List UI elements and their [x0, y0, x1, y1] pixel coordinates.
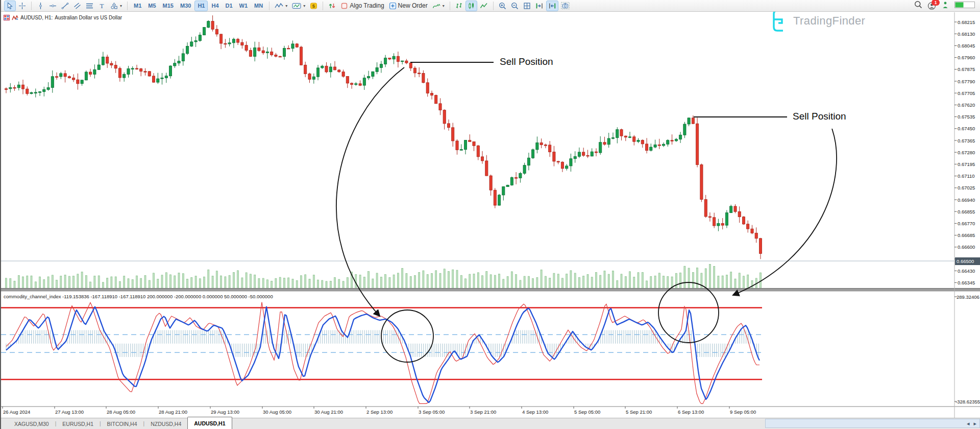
auto-scroll-button[interactable] — [533, 1, 546, 11]
vps-icon[interactable] — [941, 1, 949, 11]
price-axis-label: 0.66855 — [958, 209, 975, 214]
bars-button[interactable] — [453, 1, 465, 11]
indicator-canvas[interactable] — [1, 292, 954, 407]
chart-title-symbol: AUDUSD, H1: — [20, 15, 53, 20]
timeframe-m1-button[interactable]: M1 — [131, 1, 144, 11]
chart-tab-bitcoin-h4[interactable]: BITCOIN,H4 — [101, 418, 143, 429]
timeframe-m30-button[interactable]: M30 — [177, 1, 194, 11]
currency-button[interactable]: $ — [308, 1, 320, 11]
time-axis-label: 29 Aug 13:00 — [211, 409, 239, 415]
price-axis-label: 0.66345 — [958, 280, 975, 285]
account-button[interactable]: 1 — [927, 2, 936, 10]
timeframe-m5-button[interactable]: M5 — [145, 1, 159, 11]
sell-position-annotation-2: Sell Position — [793, 111, 846, 122]
chevron-down-icon: ▾ — [120, 4, 122, 8]
toolbar-separator — [127, 2, 128, 10]
time-axis-label: 30 Aug 21:00 — [314, 409, 343, 415]
timeframe-mn-button[interactable]: MN — [251, 1, 266, 11]
search-icon[interactable] — [914, 1, 922, 11]
zoom-out-button[interactable] — [509, 1, 521, 11]
time-axis-label: 3 Sep 05:00 — [419, 409, 445, 415]
shapes-button[interactable]: ▾ — [108, 1, 124, 11]
price-axis-label: 0.67450 — [958, 126, 975, 131]
time-axis-label: 6 Sep 13:00 — [678, 409, 704, 415]
scroll-right-icon[interactable]: ▸ — [973, 421, 976, 426]
chevron-down-icon: ▾ — [443, 4, 445, 8]
candles-button[interactable] — [465, 1, 477, 11]
indicator-window-icon — [292, 2, 301, 10]
grid-button[interactable] — [521, 1, 533, 11]
horizontal-line-button[interactable] — [47, 1, 59, 11]
price-axis-label: 0.66600 — [958, 244, 975, 250]
timeframe-h1-button[interactable]: H1 — [194, 1, 208, 11]
oscillator-axis-max: 289.32406 — [957, 294, 979, 300]
crosshair-button[interactable] — [16, 1, 28, 11]
algo-trading-button[interactable]: Algo Trading — [338, 1, 386, 11]
time-axis-label: 4 Sep 13:00 — [522, 409, 548, 415]
chart-shift-icon — [548, 2, 556, 10]
price-axis-label: 0.66685 — [958, 232, 975, 238]
horizontal-scrollbar[interactable]: ◂ ▸ — [765, 419, 980, 428]
algo-trading-icon — [340, 2, 348, 10]
fibonacci-button[interactable] — [84, 1, 95, 11]
current-price-badge: 0.66500 — [955, 257, 980, 265]
chart-tab-xagusd-m30[interactable]: XAGUSD,M30 — [8, 418, 55, 429]
mt5-window: T▾M1M5M15M30H1H4D1W1MN▾▾$Algo TradingNew… — [0, 0, 980, 429]
camera-button[interactable] — [559, 1, 572, 11]
cursor-button[interactable] — [4, 1, 16, 11]
toolbar-separator — [323, 2, 323, 10]
chart-tab-nzdusd-h4[interactable]: NZDUSD,H4 — [144, 418, 187, 429]
price-axis-label: 0.67620 — [958, 102, 975, 108]
svg-text:$: $ — [312, 3, 315, 9]
text-tool-icon: T — [98, 2, 106, 10]
toolbar-button-label: New Order — [398, 2, 428, 9]
timeframe-w1-button[interactable]: W1 — [236, 1, 251, 11]
vertical-line-icon — [37, 2, 44, 10]
brand-name: TradingFinder — [793, 14, 865, 28]
grid-icon — [523, 2, 531, 10]
indicator-window-button[interactable]: ▾ — [290, 1, 307, 11]
channel-button[interactable] — [71, 1, 83, 11]
indicators-icon — [275, 2, 283, 10]
pane-divider[interactable] — [1, 288, 954, 292]
vertical-line-button[interactable] — [35, 1, 46, 11]
chart-title-description: Australian Dollar vs US Dollar — [55, 15, 122, 20]
horizontal-line-icon — [49, 2, 57, 10]
chart-tab-eurusd-h1[interactable]: EURUSD,H1 — [56, 418, 100, 429]
time-axis-label: 5 Sep 21:00 — [626, 409, 652, 415]
candles-icon — [468, 2, 475, 10]
scroll-left-icon[interactable]: ◂ — [967, 421, 970, 426]
chart-tab-audusd-h1[interactable]: AUDUSD,H1 — [187, 417, 232, 429]
timeframe-d1-button[interactable]: D1 — [223, 1, 236, 11]
svg-text:T: T — [100, 2, 104, 10]
indicators-button[interactable]: ▾ — [273, 1, 289, 11]
chart-canvas[interactable] — [1, 12, 954, 288]
oscillator-axis-min: -328.62355 — [955, 399, 980, 404]
text-tool-button[interactable]: T — [96, 1, 108, 11]
timeframe-m15-button[interactable]: M15 — [160, 1, 177, 11]
price-axis-label: 0.66430 — [958, 268, 975, 274]
timeframe-h4-button[interactable]: H4 — [208, 1, 222, 11]
chart-title-row: AUDUSD, H1: Australian Dollar vs US Doll… — [4, 15, 122, 20]
trade-arrows-button[interactable] — [326, 1, 338, 11]
price-axis-label: 0.67195 — [958, 161, 975, 167]
time-axis-label: 28 Aug 05:00 — [107, 409, 135, 415]
trendline-button[interactable] — [59, 1, 71, 11]
chart-shift-button[interactable] — [546, 1, 558, 11]
toolbar-button-label: Algo Trading — [350, 2, 384, 9]
indicator-label: commodity_channel_index -119.153836 -167… — [4, 294, 273, 299]
price-axis-label: 0.67875 — [958, 66, 975, 72]
new-order-button[interactable]: New Order — [387, 1, 430, 11]
function-button[interactable]: ▾ — [430, 1, 447, 11]
toolbar-separator — [269, 2, 270, 10]
trade-arrows-icon — [328, 2, 336, 10]
time-axis-label: 27 Aug 13:00 — [55, 409, 84, 415]
zoom-in-icon — [499, 2, 506, 10]
chevron-down-icon: ▾ — [303, 4, 305, 8]
zoom-in-button[interactable] — [497, 1, 508, 11]
price-axis-label: 0.67535 — [958, 114, 975, 120]
line-chart-icon — [480, 2, 488, 10]
line-chart-button[interactable] — [478, 1, 490, 11]
time-axis-label: 9 Sep 05:00 — [730, 409, 756, 415]
trendline-icon — [61, 2, 69, 10]
